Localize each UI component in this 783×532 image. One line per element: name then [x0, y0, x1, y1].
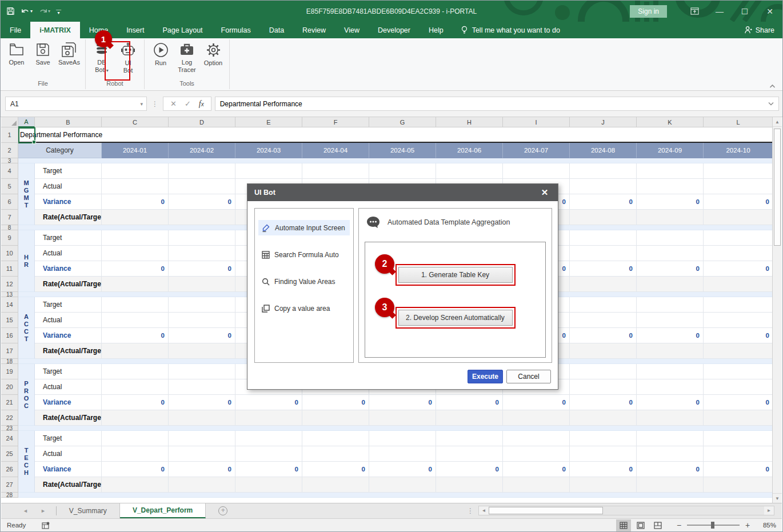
dialog-menu-search-formula-auto[interactable]: Search Formula Auto: [258, 247, 350, 262]
cell-L21[interactable]: 0: [704, 395, 773, 410]
cell-A1-title[interactable]: Departmental Performance: [18, 127, 773, 143]
cell-C10[interactable]: [102, 246, 169, 261]
maximize-button[interactable]: ☐: [732, 1, 757, 22]
cell-D25[interactable]: [169, 446, 235, 462]
cell-month-header-2024-08[interactable]: 2024-08: [570, 143, 637, 158]
cell-C7[interactable]: [102, 210, 169, 225]
cell-H4[interactable]: [436, 163, 503, 179]
cell-G27[interactable]: [369, 477, 436, 493]
row-header-16[interactable]: 16: [1, 328, 18, 343]
cell-H22[interactable]: [436, 410, 503, 426]
group-label-TECH[interactable]: TECH: [18, 431, 35, 493]
cell-K7[interactable]: [637, 210, 704, 225]
redo-icon[interactable]: ▾: [38, 7, 50, 15]
sheet-nav-right-icon[interactable]: ►: [41, 508, 46, 514]
tab-insert[interactable]: Insert: [117, 22, 153, 38]
execute-button[interactable]: Execute: [468, 370, 503, 383]
col-header-H[interactable]: H: [436, 117, 503, 127]
cell-J21[interactable]: 0: [570, 395, 637, 410]
cell-K6[interactable]: 0: [637, 194, 704, 210]
cell-C24[interactable]: [102, 431, 169, 446]
sheet-tab-v_depart_perform[interactable]: V_Depart_Perform: [120, 503, 206, 518]
cell-L11[interactable]: 0: [704, 261, 773, 277]
cell-J17[interactable]: [570, 343, 637, 359]
tab-formulas[interactable]: Formulas: [212, 22, 260, 38]
row-header-18[interactable]: 18: [1, 359, 18, 364]
cell-J22[interactable]: [570, 410, 637, 426]
cell-K19[interactable]: [637, 364, 704, 379]
row-header-8[interactable]: 8: [1, 225, 18, 230]
cell-D26[interactable]: 0: [169, 462, 235, 477]
cell-label-MGMT-Variance[interactable]: Variance: [35, 194, 102, 210]
cell-F4[interactable]: [302, 163, 369, 179]
cell-L5[interactable]: [704, 179, 773, 194]
scroll-right-icon[interactable]: ►: [764, 506, 774, 515]
cell-K17[interactable]: [637, 343, 704, 359]
cell-month-header-2024-09[interactable]: 2024-09: [637, 143, 704, 158]
cell-L16[interactable]: 0: [704, 328, 773, 343]
cell-label-TECH-Target[interactable]: Target: [35, 431, 102, 446]
cell-L7[interactable]: [704, 210, 773, 225]
page-layout-view-icon[interactable]: [633, 519, 648, 531]
cell-L15[interactable]: [704, 313, 773, 328]
dialog-title-bar[interactable]: UI Bot ✕: [247, 184, 558, 201]
zoom-slider[interactable]: [687, 525, 740, 526]
undo-icon[interactable]: ▾: [21, 7, 33, 15]
cancel-entry-icon[interactable]: ✕: [170, 99, 177, 108]
cell-C20[interactable]: [102, 379, 169, 395]
tab-scroll-splitter[interactable]: ⋮: [467, 507, 474, 515]
cell-I22[interactable]: [503, 410, 570, 426]
col-header-B[interactable]: B: [35, 117, 102, 127]
cell-label-HR-RateActualTarget[interactable]: Rate(Actual/Target): [35, 277, 102, 292]
cell-J10[interactable]: [570, 246, 637, 261]
cell-H24[interactable]: [436, 431, 503, 446]
cell-label-ACCT-RateActualTarget[interactable]: Rate(Actual/Target): [35, 343, 102, 359]
cell-H25[interactable]: [436, 446, 503, 462]
cell-D20[interactable]: [169, 379, 235, 395]
cell-D19[interactable]: [169, 364, 235, 379]
cell-K4[interactable]: [637, 163, 704, 179]
cell-K27[interactable]: [637, 477, 704, 493]
cell-I25[interactable]: [503, 446, 570, 462]
cell-K9[interactable]: [637, 230, 704, 246]
row-header-1[interactable]: 1: [1, 127, 18, 143]
save-button[interactable]: Save: [30, 41, 55, 66]
cancel-button[interactable]: Cancel: [506, 370, 551, 383]
cell-K26[interactable]: 0: [637, 462, 704, 477]
row-header-26[interactable]: 26: [1, 462, 18, 477]
row-band[interactable]: [18, 158, 773, 163]
cell-D14[interactable]: [169, 297, 235, 313]
log-tracer-button[interactable]: LogTracer: [174, 41, 199, 74]
cell-L22[interactable]: [704, 410, 773, 426]
cell-label-MGMT-RateActualTarget[interactable]: Rate(Actual/Target): [35, 210, 102, 225]
cell-E24[interactable]: [235, 431, 302, 446]
cell-D4[interactable]: [169, 163, 235, 179]
row-header-12[interactable]: 12: [1, 277, 18, 292]
col-header-G[interactable]: G: [369, 117, 436, 127]
col-header-K[interactable]: K: [637, 117, 704, 127]
col-header-I[interactable]: I: [503, 117, 570, 127]
cell-F27[interactable]: [302, 477, 369, 493]
cell-J27[interactable]: [570, 477, 637, 493]
cell-E25[interactable]: [235, 446, 302, 462]
row-header-7[interactable]: 7: [1, 210, 18, 225]
cell-J5[interactable]: [570, 179, 637, 194]
tab-i-matrix[interactable]: i-MATRIX: [30, 22, 80, 38]
cell-I24[interactable]: [503, 431, 570, 446]
cell-month-header-2024-07[interactable]: 2024-07: [503, 143, 570, 158]
row-header-2[interactable]: 2: [1, 143, 18, 158]
cell-label-MGMT-Actual[interactable]: Actual: [35, 179, 102, 194]
cell-E4[interactable]: [235, 163, 302, 179]
cell-G4[interactable]: [369, 163, 436, 179]
macro-record-icon[interactable]: [42, 522, 50, 529]
col-header-A[interactable]: A: [18, 117, 35, 127]
cell-K12[interactable]: [637, 277, 704, 292]
cell-C15[interactable]: [102, 313, 169, 328]
cell-I4[interactable]: [503, 163, 570, 179]
cell-label-ACCT-Actual[interactable]: Actual: [35, 313, 102, 328]
row-header-28[interactable]: 28: [1, 493, 18, 498]
scroll-down-icon[interactable]: ▼: [773, 493, 782, 503]
cell-C26[interactable]: 0: [102, 462, 169, 477]
horizontal-scroll-thumb[interactable]: [489, 507, 603, 514]
cell-G26[interactable]: 0: [369, 462, 436, 477]
